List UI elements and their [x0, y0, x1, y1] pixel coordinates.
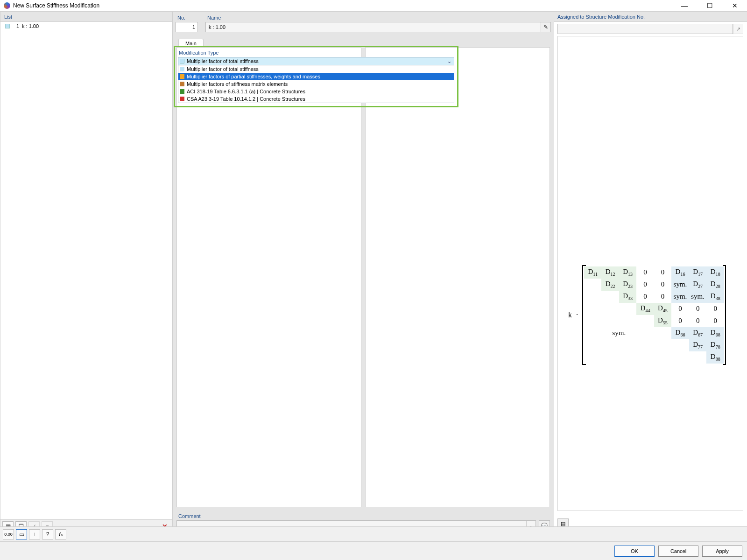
maximize-button[interactable]: ☐ [701, 0, 718, 12]
layers-icon: ▤ [561, 521, 565, 527]
option-swatch-icon [180, 82, 184, 86]
minimize-button[interactable]: — [676, 0, 693, 12]
ok-button[interactable]: OK [614, 546, 655, 557]
option-swatch-icon [180, 97, 184, 101]
list-item-label: k : 1.00 [22, 23, 39, 29]
name-input[interactable]: k : 1.00 [205, 22, 551, 32]
main-right-pane [365, 47, 550, 507]
option-swatch-icon [180, 89, 184, 94]
preview-pane: k · D11 D12 D13 0 0 D16 D17 D18 [557, 36, 743, 511]
center-panel: No. 1 Name k : 1.00 Main Modification Ty… [173, 12, 554, 532]
dropdown-option[interactable]: Multiplier factor of total stiffness [178, 65, 454, 73]
script-icon: fₛ [59, 531, 62, 538]
bottom-toolbar: 0.00 ▭ ⟂ ? fₛ [0, 526, 747, 541]
list-item-index: 1 [13, 23, 19, 29]
cancel-button[interactable]: Cancel [658, 546, 698, 557]
option-label: CSA A23.3-19 Table 10.14.1.2 | Concrete … [187, 96, 305, 102]
script-button[interactable]: fₛ [55, 529, 66, 539]
modification-type-combo[interactable]: Multiplier factor of total stiffness ⌄ [178, 57, 454, 65]
stiffness-matrix: k · D11 D12 D13 0 0 D16 D17 D18 [568, 262, 736, 367]
title-bar: New Surface Stiffness Modification — ☐ ✕ [0, 0, 747, 12]
apply-button[interactable]: Apply [702, 546, 742, 557]
units-button[interactable]: 0.00 [3, 529, 14, 539]
list-item-swatch-icon [5, 24, 10, 28]
dropdown-option[interactable]: Multiplier factors of partial stiffnesse… [178, 73, 454, 80]
modification-type-dropdown[interactable]: Multiplier factor of total stiffness Mul… [178, 65, 454, 103]
sidebar-list[interactable]: 1 k : 1.00 [0, 22, 172, 519]
name-label: Name [205, 14, 551, 22]
option-label: Multiplier factors of partial stiffnesse… [187, 74, 320, 79]
comment-label: Comment [176, 512, 550, 520]
dropdown-option[interactable]: CSA A23.3-19 Table 10.14.1.2 | Concrete … [178, 95, 454, 103]
matrix-dot-label: · [576, 311, 579, 319]
assigned-pick-button[interactable]: ↗ [733, 24, 743, 34]
assigned-input[interactable] [557, 24, 733, 34]
option-label: Multiplier factor of total stiffness [187, 66, 259, 72]
assigned-header: Assigned to Structure Modification No. [554, 12, 747, 22]
tool-b-button[interactable]: ⟂ [29, 529, 40, 539]
combo-selected-text: Multiplier factor of total stiffness [187, 58, 444, 64]
sidebar-header: List [0, 12, 172, 22]
tool-a-button[interactable]: ▭ [16, 529, 27, 539]
right-panel: Assigned to Structure Modification No. ↗… [554, 12, 747, 532]
units-icon: 0.00 [4, 532, 13, 537]
dropdown-option[interactable]: Multiplier factors of stiffness matrix e… [178, 80, 454, 88]
option-label: ACI 318-19 Table 6.6.3.1.1 (a) | Concret… [187, 89, 305, 94]
chevron-down-icon: ⌄ [446, 58, 452, 64]
sidebar: List 1 k : 1.00 ✓ ≡ ✕ [0, 12, 173, 532]
option-swatch-icon [180, 74, 184, 79]
matrix-k-label: k [568, 311, 573, 319]
option-label: Multiplier factors of stiffness matrix e… [187, 81, 288, 87]
modification-type-highlight: Modification Type Multiplier factor of t… [174, 46, 458, 107]
help-icon: ? [46, 531, 49, 538]
no-input[interactable]: 1 [176, 22, 198, 32]
matrix-table: D11 D12 D13 0 0 D16 D17 D18 D22 D [584, 266, 724, 364]
no-label: No. [176, 14, 202, 22]
app-icon [4, 2, 10, 9]
combo-swatch-icon [180, 59, 184, 63]
help-button[interactable]: ? [42, 529, 53, 539]
pencil-icon [543, 24, 548, 30]
pick-icon: ↗ [736, 26, 740, 32]
main-left-pane [176, 47, 361, 507]
option-swatch-icon [180, 67, 184, 71]
window-title: New Surface Stiffness Modification [13, 2, 676, 9]
modification-type-label: Modification Type [179, 50, 453, 56]
list-item[interactable]: 1 k : 1.00 [2, 23, 170, 29]
dialog-button-row: OK Cancel Apply [0, 541, 747, 560]
frame-icon: ▭ [19, 531, 24, 538]
dropdown-option[interactable]: ACI 318-19 Table 6.6.3.1.1 (a) | Concret… [178, 88, 454, 95]
close-button[interactable]: ✕ [726, 0, 743, 12]
name-edit-button[interactable] [541, 22, 551, 32]
person-icon: ⟂ [33, 531, 36, 538]
